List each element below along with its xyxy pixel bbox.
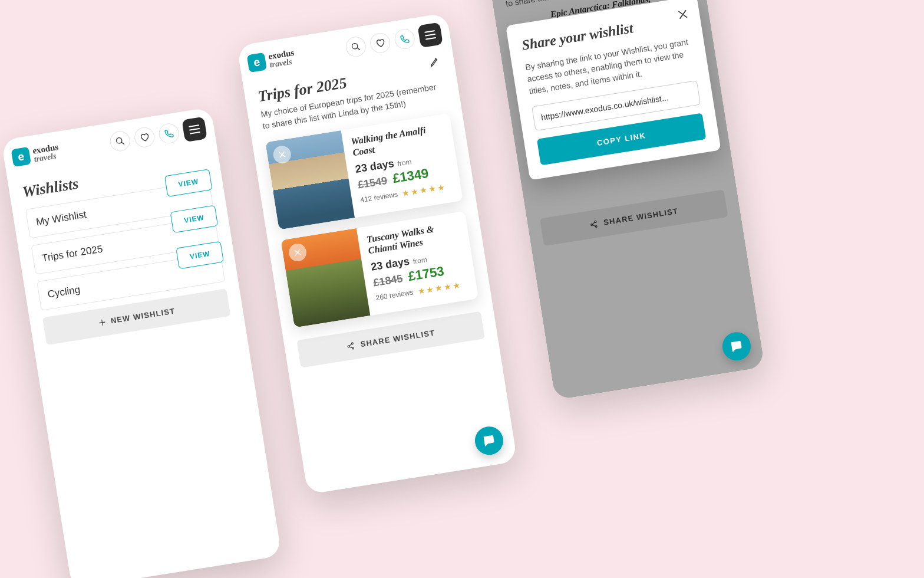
trip-image [280,228,370,327]
menu-button[interactable] [182,117,207,142]
logo-mark: e [11,147,31,167]
logo-text: exodus travels [32,142,60,163]
heart-icon[interactable] [133,126,156,149]
old-price: £1549 [357,175,388,192]
trip-card[interactable]: Tuscany Walks & Chianti Wines 23 days fr… [280,211,478,328]
brand-logo[interactable]: e exodus travels [11,142,61,167]
share-icon [346,341,355,351]
old-price: £1845 [372,272,404,289]
trip-image [265,130,355,229]
chat-icon [729,339,744,354]
brand-logo[interactable]: e exodus travels [247,48,296,73]
svg-line-3 [100,322,105,323]
star-rating: ★★★★★ [417,280,463,296]
logo-text: exodus travels [268,48,296,69]
star-rating: ★★★★★ [401,182,447,198]
review-count: 260 reviews [375,288,414,302]
from-label: from [397,157,412,168]
wishlist-name: Cycling [47,284,81,300]
svg-line-21 [679,11,687,18]
heart-icon[interactable] [369,31,392,54]
remove-trip-icon[interactable] [272,144,292,165]
svg-line-1 [121,142,124,144]
svg-line-14 [349,346,352,349]
chat-icon [481,434,496,448]
plus-icon [97,317,107,327]
logo-mark: e [247,52,267,73]
remove-trip-icon[interactable] [288,242,308,262]
phone-share-dialog: Trips for 2025 My choice of European tri… [484,0,765,400]
wishlist-name: Trips for 2025 [41,243,104,264]
edit-icon[interactable] [428,55,441,70]
search-icon[interactable] [108,130,131,153]
phone-wishlist-detail: e exodus travels Trips for 2025 My choic… [237,13,517,495]
phone-wishlists: e exodus travels Wishlists VIEW My Wishl… [1,107,282,578]
search-icon[interactable] [344,35,367,58]
svg-point-4 [352,43,358,50]
svg-line-13 [349,344,352,346]
chat-fab[interactable] [473,425,505,457]
menu-button[interactable] [417,22,443,48]
phone-icon[interactable] [157,122,180,145]
close-icon[interactable] [674,5,692,24]
svg-point-0 [116,137,123,144]
phone-icon[interactable] [393,28,416,51]
from-label: from [412,255,428,266]
review-count: 412 reviews [359,190,398,204]
svg-line-5 [357,47,360,50]
wishlist-name: My Wishlist [35,209,87,228]
share-dialog: Share your wishlist By sharing the link … [506,0,721,180]
